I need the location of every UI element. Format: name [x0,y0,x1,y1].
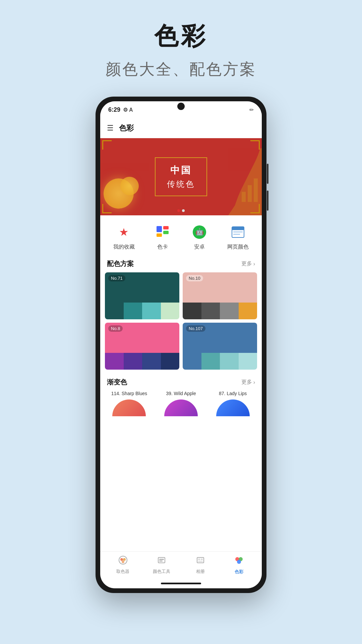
svg-rect-1 [248,185,252,202]
bottom-nav-color[interactable]: 色彩 [220,555,259,575]
android-icon: 🤖 [191,223,208,241]
palette-card-no107[interactable]: No.107 [183,323,257,370]
album-icon [196,555,205,567]
svg-rect-23 [198,561,203,562]
bottom-nav-color-tools[interactable]: 颜色工具 [142,555,181,575]
svg-text:🤖: 🤖 [195,228,203,236]
svg-rect-3 [157,226,162,232]
svg-rect-4 [163,226,169,229]
color-tools-label: 颜色工具 [153,569,170,575]
svg-rect-18 [159,559,164,560]
nav-favorites[interactable]: ★ 我的收藏 [113,223,135,251]
svg-point-14 [120,558,123,561]
gradient-card-39[interactable]: 39. Wild Apple [157,391,205,416]
gradient-title-39: 39. Wild Apple [166,391,196,396]
chevron-right-icon: › [253,261,255,267]
swatch [183,353,201,370]
palette-card-no10[interactable]: No.10 [183,272,257,319]
svg-point-16 [122,560,124,563]
palette-more[interactable]: 更多 › [241,260,255,267]
palette-label-10: No.10 [186,275,203,281]
swatch [105,353,124,370]
swatch [220,303,239,319]
palette-card-no8[interactable]: No.8 [105,323,179,370]
gradient-title: 渐变色 [107,378,127,387]
banner-dots [177,209,185,212]
svg-rect-17 [158,557,165,563]
scroll-content[interactable]: 中国 传统色 ★ 我的收藏 [100,138,262,551]
color-picker-icon [118,555,128,567]
side-button-2 [267,191,268,211]
svg-rect-20 [197,557,204,563]
chevron-right-icon-2: › [253,379,255,385]
gradient-card-87[interactable]: 87. Lady Lips [208,391,257,416]
hamburger-icon[interactable]: ☰ [107,124,114,132]
bottom-nav-album[interactable]: 相册 [181,555,220,575]
nav-android[interactable]: 🤖 安卓 [191,223,208,251]
phone-frame: 6:29 ⚙ A ✏ ☰ 色彩 [96,97,266,593]
bottom-nav-color-picker[interactable]: 取色器 [104,555,142,575]
banner-deco-left2 [120,177,139,195]
color-picker-label: 取色器 [116,569,129,575]
dot-1 [177,209,180,212]
svg-point-15 [123,558,126,561]
dot-2 [182,209,185,212]
bottom-nav: 取色器 颜色工具 [100,551,262,578]
favorites-icon: ★ [115,223,133,241]
svg-rect-21 [198,558,200,560]
home-bar [100,578,262,588]
gradient-card-114[interactable]: 114. Sharp Blues [105,391,154,416]
palette-swatches-8 [105,353,179,370]
color-label: 色彩 [235,569,243,575]
status-icons: ⚙ A [123,107,133,113]
status-right: ✏ [249,107,254,113]
status-left: 6:29 ⚙ A [108,106,133,113]
status-time: 6:29 [108,106,120,113]
swatch [239,303,257,319]
swatch [201,303,220,319]
svg-rect-6 [157,233,162,237]
gradient-title-87: 87. Lady Lips [219,391,247,396]
quick-nav: ★ 我的收藏 色卡 [100,215,262,256]
svg-rect-10 [232,227,244,230]
color-active-icon [234,555,244,568]
favorites-label: 我的收藏 [113,244,135,251]
svg-rect-12 [233,234,240,235]
svg-rect-0 [242,192,246,202]
swatch [239,353,257,370]
gradient-section-header: 渐变色 更多 › [100,374,262,391]
swatch [142,303,161,319]
swatch [105,303,124,319]
svg-rect-11 [233,231,243,232]
palette-top-10: No.10 [183,272,257,303]
gradient-items: 114. Sharp Blues 39. Wild Apple 87. Lady… [105,391,257,416]
banner-subtitle: 传统色 [167,179,195,190]
android-label: 安卓 [194,244,205,251]
svg-rect-19 [159,560,163,561]
palette-top-71: No.71 [105,272,179,303]
gradient-shape-39 [164,399,198,416]
color-card-icon [154,223,171,241]
svg-rect-5 [163,231,169,234]
nav-color-card[interactable]: 色卡 [154,223,171,251]
palette-card-no71[interactable]: No.71 [105,272,179,319]
phone-screen: 6:29 ⚙ A ✏ ☰ 色彩 [100,101,262,588]
palette-section-header: 配色方案 更多 › [100,256,262,272]
app-bar-title: 色彩 [119,123,134,133]
svg-rect-2 [254,178,258,202]
app-bar: ☰ 色彩 [100,118,262,138]
palette-label-107: No.107 [186,325,205,332]
gradient-more[interactable]: 更多 › [241,379,255,386]
swatch [161,303,180,319]
nav-web-color[interactable]: 网页颜色 [227,223,249,251]
web-color-label: 网页颜色 [227,244,249,251]
palette-top-107: No.107 [183,323,257,353]
swatch [142,353,161,370]
banner[interactable]: 中国 传统色 [100,138,262,215]
swatch [161,353,180,370]
web-color-icon [229,223,247,241]
gradient-shape-114 [112,399,146,416]
banner-text-box: 中国 传统色 [155,157,207,196]
page-title: 色彩 [106,20,256,52]
palette-label-71: No.71 [108,275,125,281]
